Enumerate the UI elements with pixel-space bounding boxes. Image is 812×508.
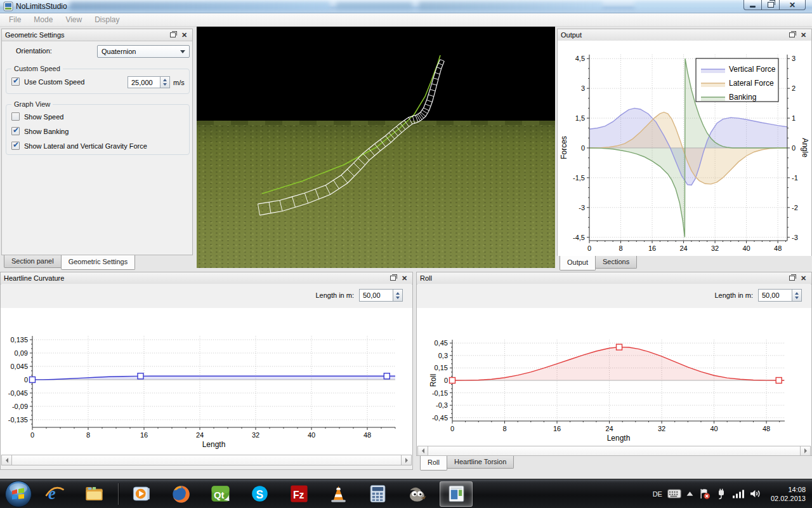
checkbox-row[interactable]: Show Banking [11, 127, 69, 135]
taskbar-clock[interactable]: 14:08 02.02.2013 [771, 485, 806, 503]
float-panel-button[interactable] [388, 274, 398, 283]
checkbox[interactable] [11, 142, 20, 150]
spin-down-icon[interactable] [795, 297, 799, 299]
tab-section-panel[interactable]: Section panel [4, 255, 62, 268]
restore-button[interactable] [762, 0, 779, 10]
tab-geometric-settings[interactable]: Geometric Settings [61, 255, 136, 270]
keyboard-language-indicator[interactable]: DE [653, 490, 662, 498]
close-button[interactable]: ✕ [779, 0, 806, 10]
control-point[interactable] [138, 373, 143, 379]
qt-icon[interactable]: Qt [204, 481, 237, 507]
roll-chart[interactable]: 0816243240480,450,30,150-0,15-0,3-0,45Ro… [417, 308, 811, 446]
explorer-icon[interactable] [77, 481, 110, 507]
power-plug-icon[interactable] [716, 488, 727, 500]
tab-heartline-torsion[interactable]: Heartline Torsion [447, 456, 514, 469]
panel-header-geometric-settings[interactable]: Geometric Settings ✕ [2, 29, 192, 41]
menu-file[interactable]: File [3, 14, 27, 25]
orientation-select[interactable]: Quaternion [97, 45, 190, 58]
custom-speed-spinbox[interactable]: 25,000 [128, 76, 170, 88]
vlc-icon[interactable] [322, 481, 355, 507]
keyboard-icon[interactable] [667, 489, 681, 498]
output-chart: 0816243240484,531,50-1,5-3-4,53210-1-2-3… [558, 41, 811, 256]
censored-title-text [419, 2, 603, 10]
float-panel-button[interactable] [168, 30, 178, 39]
scrollbar-thumb[interactable] [428, 446, 801, 456]
tab-roll[interactable]: Roll [420, 456, 447, 471]
filezilla-icon[interactable]: Fz [282, 481, 315, 507]
checkbox-row[interactable]: Show Speed [11, 112, 63, 121]
menu-mode[interactable]: Mode [27, 14, 59, 25]
gimp-icon[interactable] [400, 481, 433, 507]
spin-down-icon[interactable] [163, 83, 167, 86]
scroll-left-button[interactable] [1, 455, 12, 465]
checkbox[interactable] [11, 112, 20, 121]
skype-icon[interactable]: S [243, 481, 276, 507]
chevron-up-icon[interactable] [686, 491, 693, 497]
close-icon: ✕ [801, 275, 806, 281]
roll-length-value[interactable]: 50,00 [758, 289, 792, 302]
taskbar-icon-list: eQtSFz [38, 481, 479, 507]
spin-down-icon[interactable] [396, 297, 400, 299]
control-point[interactable] [384, 373, 390, 379]
svg-text:24: 24 [196, 431, 204, 439]
minimize-button[interactable] [743, 0, 762, 10]
spin-up-icon[interactable] [163, 79, 167, 81]
svg-text:4,5: 4,5 [575, 55, 585, 62]
control-point[interactable] [450, 378, 455, 384]
tab-sections[interactable]: Sections [595, 256, 637, 269]
menu-display[interactable]: Display [88, 14, 126, 25]
control-point[interactable] [30, 377, 36, 382]
control-point[interactable] [776, 378, 782, 384]
custom-speed-value[interactable]: 25,000 [128, 76, 160, 88]
custom-speed-spin-buttons[interactable] [160, 76, 170, 88]
svg-text:0: 0 [444, 377, 448, 384]
app-icon [3, 1, 13, 11]
close-panel-button[interactable]: ✕ [400, 274, 409, 283]
close-panel-button[interactable]: ✕ [799, 274, 808, 283]
flag-alert-icon[interactable] [698, 488, 710, 500]
spin-up-icon[interactable] [396, 292, 400, 295]
panel-header-output[interactable]: Output ✕ [558, 29, 811, 41]
nolimits-window-icon[interactable] [440, 481, 473, 507]
float-panel-button[interactable] [787, 30, 797, 39]
use-custom-speed-checkbox[interactable] [11, 77, 20, 86]
volume-icon[interactable] [750, 489, 762, 498]
calculator-icon[interactable] [361, 481, 394, 507]
control-point[interactable] [617, 344, 622, 350]
ie-icon[interactable]: e [38, 481, 71, 507]
scroll-right-button[interactable] [401, 455, 412, 465]
panel-header-heartline[interactable]: Heartline Curvature ✕ [1, 272, 412, 284]
svg-text:48: 48 [774, 244, 782, 252]
length-spin-buttons[interactable] [792, 289, 802, 302]
float-icon [390, 276, 396, 281]
network-signal-icon[interactable] [732, 489, 745, 498]
wmp-icon[interactable] [125, 481, 158, 507]
heartline-h-scrollbar[interactable] [1, 455, 412, 465]
roll-h-scrollbar[interactable] [417, 446, 811, 456]
svg-text:-1: -1 [792, 174, 798, 182]
checkbox[interactable] [11, 127, 20, 135]
firefox-icon[interactable] [164, 481, 197, 507]
scroll-left-button[interactable] [417, 446, 428, 456]
float-panel-button[interactable] [787, 274, 797, 283]
panel-header-roll[interactable]: Roll ✕ [417, 272, 811, 284]
spin-up-icon[interactable] [795, 292, 799, 295]
tab-output[interactable]: Output [560, 256, 596, 271]
use-custom-speed-row[interactable]: Use Custom Speed [11, 77, 84, 86]
speed-unit-label: m/s [173, 79, 185, 86]
3d-viewport[interactable] [197, 27, 555, 268]
start-button[interactable] [4, 479, 33, 508]
close-panel-button[interactable]: ✕ [180, 30, 189, 39]
roll-length-spinbox[interactable]: 50,00 [758, 289, 802, 302]
checkbox-row[interactable]: Show Lateral and Vertical Gravity Force [11, 142, 147, 150]
heartline-length-spinbox[interactable]: 50,00 [359, 289, 403, 302]
heartline-length-value[interactable]: 50,00 [359, 289, 393, 302]
scrollbar-thumb[interactable] [11, 455, 402, 465]
length-spin-buttons[interactable] [393, 289, 403, 302]
custom-speed-group-title: Custom Speed [11, 65, 63, 72]
heartline-curvature-chart[interactable]: 0816243240480,1350,090,0450-0,045-0,09-0… [1, 308, 412, 455]
menu-view[interactable]: View [59, 14, 88, 25]
close-panel-button[interactable]: ✕ [799, 30, 808, 39]
title-bar[interactable]: NoLimitsStudio ✕ [0, 0, 812, 13]
scroll-right-button[interactable] [800, 446, 811, 456]
